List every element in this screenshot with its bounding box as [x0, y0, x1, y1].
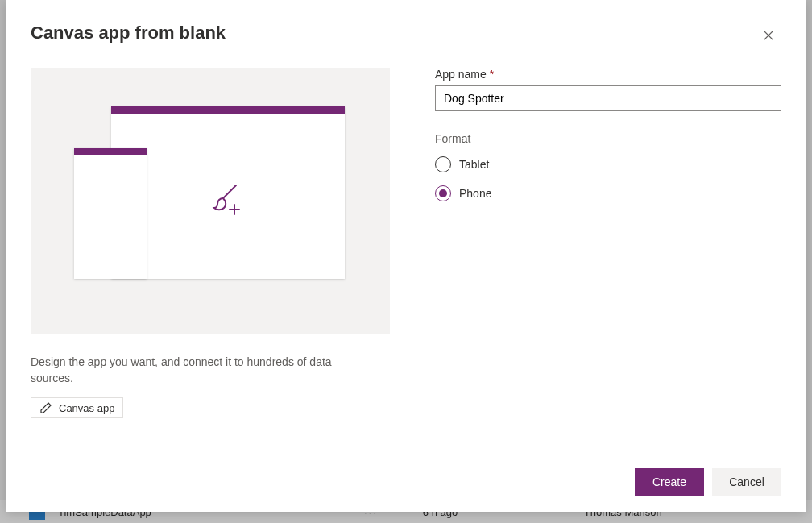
right-column: App name * Format Tablet Phone: [435, 68, 781, 459]
format-label: Format: [435, 132, 781, 145]
app-name-label: App name *: [435, 68, 781, 81]
pencil-icon: [39, 401, 52, 414]
create-canvas-app-dialog: Canvas app from blank: [6, 0, 806, 512]
required-asterisk: *: [490, 68, 494, 81]
canvas-app-tag: Canvas app: [31, 397, 123, 418]
app-name-input[interactable]: [435, 85, 781, 111]
left-column: Design the app you want, and connect it …: [31, 68, 390, 459]
create-button[interactable]: Create: [635, 468, 704, 496]
dialog-content: Design the app you want, and connect it …: [31, 68, 781, 459]
app-name-label-text: App name: [435, 68, 487, 81]
format-option-phone[interactable]: Phone: [435, 185, 781, 201]
radio-icon: [435, 156, 451, 172]
brush-plus-icon: [209, 181, 247, 222]
preview-illustration: [31, 68, 390, 334]
dialog-footer: Create Cancel: [31, 459, 781, 496]
tag-label: Canvas app: [59, 402, 114, 414]
dialog-description: Design the app you want, and connect it …: [31, 355, 353, 386]
dialog-header: Canvas app from blank: [31, 23, 781, 48]
phone-card-illustration: [74, 148, 147, 279]
radio-label-phone: Phone: [459, 187, 491, 200]
radio-label-tablet: Tablet: [459, 158, 489, 171]
close-icon: [761, 28, 776, 43]
close-button[interactable]: [756, 23, 781, 48]
radio-icon: [435, 185, 451, 201]
cancel-button[interactable]: Cancel: [712, 468, 781, 496]
dialog-title: Canvas app from blank: [31, 23, 226, 44]
format-option-tablet[interactable]: Tablet: [435, 156, 781, 172]
